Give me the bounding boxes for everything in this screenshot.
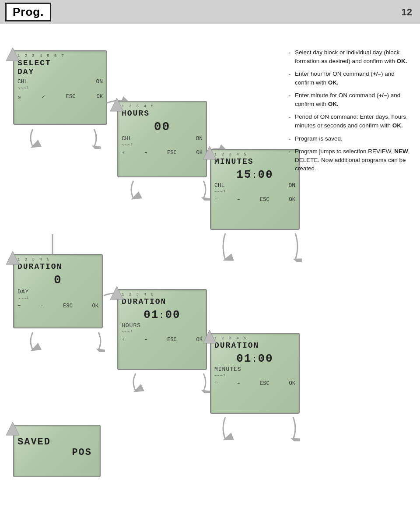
lcd-dots-4: 1 2 3 4 5 <box>18 257 98 262</box>
screen-duration-day: 1 2 3 4 5 DURATION 0 DAY ~~~¹ + – ESC OK <box>13 254 103 328</box>
lcd-chl-3: CHL <box>214 182 224 189</box>
lcd-footer-3: + – ESC OK <box>214 197 295 203</box>
lcd-sub-6: MINUTES <box>214 366 295 373</box>
lcd-ok-3: OK <box>289 197 295 203</box>
lcd-plus-2: + <box>122 150 125 156</box>
lcd-ok-6: OK <box>289 381 295 387</box>
lcd-minus-3: – <box>237 197 240 203</box>
lcd-plus-5: + <box>122 337 125 343</box>
lcd-wave-6: ~~~¹ <box>214 374 295 379</box>
arrow-s4-down <box>26 330 48 352</box>
lcd-on-3: ON <box>288 182 295 189</box>
lcd-sub-4: DAY <box>18 289 98 295</box>
instruction-1: Select day block or individual day (bloc… <box>289 48 413 65</box>
arrow-s5-down <box>129 371 151 393</box>
lcd-esc-5: ESC <box>167 337 177 343</box>
arrow-s3-ret-down <box>219 231 241 262</box>
page-number: 12 <box>402 7 412 18</box>
svg-marker-4 <box>110 286 123 300</box>
lcd-big-2: 00 <box>122 120 203 134</box>
arrow-s4-ret <box>83 330 105 352</box>
lcd-chl-2: CHL <box>122 135 132 142</box>
arrow-s5-ret <box>188 371 210 393</box>
lcd-dots-6: 1 2 3 4 5 <box>214 336 295 341</box>
lcd-title-4: DURATION <box>18 263 98 271</box>
lcd-big-3: 15:00 <box>214 168 295 181</box>
screen-select-day: 1 2 3 4 5 6 7 SELECT DAY CHL ON ~~~¹ ☒ ✓… <box>13 50 107 125</box>
header: Prog. 12 <box>0 0 420 24</box>
arrow-s2-down <box>127 179 149 201</box>
lcd-big-6: 01:00 <box>214 352 295 365</box>
screen-minutes: 1 2 3 4 5 MINUTES 15:00 CHL ON ~~~¹ + – … <box>210 149 300 230</box>
screen-hours: 1 2 3 4 5 HOURS 00 CHL ON ~~~¹ + – ESC O… <box>117 101 207 177</box>
instruction-4: Period of ON command: Enter days, hours,… <box>289 113 413 130</box>
lcd-wave-5: ~~~¹ <box>122 330 203 335</box>
lcd-dots-3: 1 2 3 4 5 <box>214 152 295 157</box>
lcd-footer-2: + – ESC OK <box>122 150 203 156</box>
lcd-title-1: SELECT <box>18 59 103 68</box>
instruction-3: Enter minute for ON command (+/–) and co… <box>289 91 413 108</box>
lcd-x: ☒ <box>18 94 21 100</box>
lcd-footer-1: ☒ ✓ ESC OK <box>18 94 103 100</box>
lcd-wave-3: ~~~¹ <box>214 190 295 195</box>
arrow-s6-ret <box>278 415 300 441</box>
lcd-footer-6: + – ESC OK <box>214 381 295 387</box>
logo: Prog. <box>5 3 51 21</box>
lcd-row-2: CHL ON <box>122 135 203 142</box>
lcd-big-4: 0 <box>18 273 98 287</box>
lcd-sub-5: HOURS <box>122 322 203 329</box>
lcd-line2-1: DAY <box>18 68 103 77</box>
lcd-minus-4: – <box>40 303 43 309</box>
lcd-line2-7: POS <box>18 448 96 458</box>
screen-saved: SAVED POS <box>13 425 101 477</box>
svg-marker-1 <box>110 98 123 111</box>
lcd-row-3: CHL ON <box>214 182 295 189</box>
instruction-5: Program is saved. <box>289 134 413 143</box>
screen-duration-minutes: 1 2 3 4 5 DURATION 01:00 MINUTES ~~~¹ + … <box>210 333 300 414</box>
lcd-minus-5: – <box>144 337 147 343</box>
lcd-esc-3: ESC <box>260 197 270 203</box>
lcd-wave-4: ~~~¹ <box>18 296 98 301</box>
lcd-footer-4: + – ESC OK <box>18 303 98 309</box>
lcd-plus-6: + <box>214 381 217 387</box>
svg-marker-0 <box>6 48 19 61</box>
svg-marker-5 <box>203 330 216 343</box>
lcd-row-1: CHL ON <box>18 78 103 85</box>
svg-marker-6 <box>6 422 19 435</box>
lcd-big-5: 01:00 <box>122 308 203 321</box>
arrow-s3-ret2 <box>280 231 302 262</box>
lcd-minus-2: – <box>144 150 147 156</box>
arrow-s1-down <box>26 127 48 149</box>
lcd-minus-6: – <box>237 381 240 387</box>
arrow-s6-down <box>219 415 241 441</box>
lcd-chl-1: CHL <box>18 78 28 85</box>
screen-duration-hours: 1 2 3 4 5 DURATION 01:00 HOURS ~~~¹ + – … <box>117 289 207 370</box>
lcd-title-3: MINUTES <box>214 158 295 166</box>
lcd-esc-2: ESC <box>167 150 177 156</box>
lcd-footer-5: + – ESC OK <box>122 337 203 343</box>
svg-marker-2 <box>203 146 216 159</box>
lcd-esc-1: ESC <box>66 94 76 100</box>
lcd-dots-2: 1 2 3 4 5 <box>122 104 203 109</box>
lcd-title-2: HOURS <box>122 109 203 118</box>
lcd-plus-4: + <box>18 303 21 309</box>
instruction-6: Program jumps to selection REVIEW, NEW, … <box>289 147 413 173</box>
instruction-2: Enter hour for ON command (+/–) and conf… <box>289 70 413 87</box>
lcd-on-1: ON <box>96 78 103 85</box>
lcd-wave-2: ~~~¹ <box>122 143 203 148</box>
svg-marker-3 <box>6 251 19 264</box>
lcd-title-7: SAVED <box>18 437 96 448</box>
lcd-plus-3: + <box>214 197 217 203</box>
arrow-s1-ret <box>79 127 101 149</box>
instructions-panel: Select day block or individual day (bloc… <box>289 48 413 177</box>
lcd-wave-1: ~~~¹ <box>18 86 103 91</box>
lcd-on-2: ON <box>196 135 203 142</box>
lcd-esc-6: ESC <box>260 381 270 387</box>
lcd-dots-1: 1 2 3 4 5 6 7 <box>18 54 103 58</box>
lcd-dots-5: 1 2 3 4 5 <box>122 292 203 297</box>
lcd-ok-1: OK <box>97 94 103 100</box>
lcd-title-5: DURATION <box>122 298 203 307</box>
lcd-esc-4: ESC <box>63 303 73 309</box>
lcd-title-6: DURATION <box>214 342 295 350</box>
arrow-s2-ret <box>188 179 210 201</box>
